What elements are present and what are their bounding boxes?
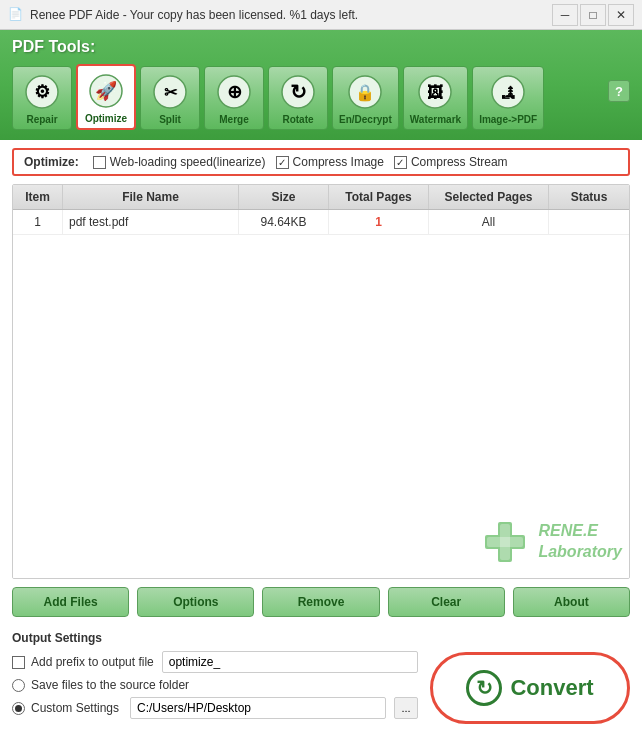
tool-btn-imagepdf[interactable]: 🏞 Image->PDF bbox=[472, 66, 544, 130]
custom-settings-label[interactable]: Custom Settings bbox=[12, 701, 122, 715]
clear-button[interactable]: Clear bbox=[388, 587, 505, 617]
optimize-icon: 🚀 bbox=[87, 72, 125, 110]
custom-path-input[interactable] bbox=[130, 697, 386, 719]
remove-button[interactable]: Remove bbox=[262, 587, 379, 617]
compress-stream-label: Compress Stream bbox=[411, 155, 508, 169]
app-icon: 📄 bbox=[8, 7, 24, 23]
maximize-button[interactable]: □ bbox=[580, 4, 606, 26]
watermark-label: Watermark bbox=[410, 114, 461, 125]
output-settings: Output Settings Add prefix to output fil… bbox=[12, 631, 418, 724]
col-size: Size bbox=[239, 185, 329, 209]
web-loading-checkbox[interactable] bbox=[93, 156, 106, 169]
logo-area: RENE.ELaboratory bbox=[480, 517, 622, 567]
table-row[interactable]: 1 pdf test.pdf 94.64KB 1 All bbox=[13, 210, 629, 235]
web-loading-option: Web-loading speed(linearize) bbox=[93, 155, 266, 169]
custom-settings-radio[interactable] bbox=[12, 702, 25, 715]
convert-icon: ↻ bbox=[466, 670, 502, 706]
help-button[interactable]: ? bbox=[608, 80, 630, 102]
tool-btn-rotate[interactable]: ↻ Rotate bbox=[268, 66, 328, 130]
svg-text:⚙: ⚙ bbox=[34, 82, 50, 102]
title-bar: 📄 Renee PDF Aide - Your copy has been li… bbox=[0, 0, 642, 30]
svg-rect-19 bbox=[487, 537, 523, 547]
tool-btn-watermark[interactable]: 🖼 Watermark bbox=[403, 66, 468, 130]
cell-size: 94.64KB bbox=[239, 210, 329, 234]
split-label: Split bbox=[159, 114, 181, 125]
cell-selected-pages: All bbox=[429, 210, 549, 234]
cell-total-pages: 1 bbox=[329, 210, 429, 234]
bottom-area: Output Settings Add prefix to output fil… bbox=[12, 631, 630, 724]
convert-label: Convert bbox=[510, 675, 593, 701]
compress-stream-checkbox[interactable]: ✓ bbox=[394, 156, 407, 169]
col-item: Item bbox=[13, 185, 63, 209]
tools-bar: ⚙ Repair 🚀 Optimize ✂ Split ⊕ Merge ↻ Ro… bbox=[12, 64, 630, 130]
tool-btn-repair[interactable]: ⚙ Repair bbox=[12, 66, 72, 130]
imagepdf-icon: 🏞 bbox=[489, 73, 527, 111]
compress-stream-option: ✓ Compress Stream bbox=[394, 155, 508, 169]
col-status: Status bbox=[549, 185, 629, 209]
svg-text:✂: ✂ bbox=[164, 84, 178, 101]
svg-text:🖼: 🖼 bbox=[427, 84, 443, 101]
rotate-icon: ↻ bbox=[279, 73, 317, 111]
output-settings-title: Output Settings bbox=[12, 631, 418, 645]
about-button[interactable]: About bbox=[513, 587, 630, 617]
optimize-label: Optimize bbox=[85, 113, 127, 124]
split-icon: ✂ bbox=[151, 73, 189, 111]
tool-btn-merge[interactable]: ⊕ Merge bbox=[204, 66, 264, 130]
minimize-button[interactable]: ─ bbox=[552, 4, 578, 26]
action-buttons: Add Files Options Remove Clear About bbox=[12, 587, 630, 617]
logo-text: RENE.ELaboratory bbox=[538, 521, 622, 563]
browse-button[interactable]: ... bbox=[394, 697, 418, 719]
col-selected-pages: Selected Pages bbox=[429, 185, 549, 209]
options-button[interactable]: Options bbox=[137, 587, 254, 617]
header-title: PDF Tools: bbox=[12, 38, 630, 56]
optimize-options-bar: Optimize: Web-loading speed(linearize) ✓… bbox=[12, 148, 630, 176]
add-prefix-checkbox[interactable] bbox=[12, 656, 25, 669]
add-files-button[interactable]: Add Files bbox=[12, 587, 129, 617]
svg-text:↻: ↻ bbox=[290, 81, 307, 103]
imagepdf-label: Image->PDF bbox=[479, 114, 537, 125]
merge-icon: ⊕ bbox=[215, 73, 253, 111]
endecrypt-icon: 🔒 bbox=[346, 73, 384, 111]
title-bar-text: Renee PDF Aide - Your copy has been lice… bbox=[30, 8, 552, 22]
merge-label: Merge bbox=[219, 114, 248, 125]
cell-item: 1 bbox=[13, 210, 63, 234]
add-prefix-row: Add prefix to output file bbox=[12, 651, 418, 673]
optimize-label: Optimize: bbox=[24, 155, 79, 169]
tool-btn-split[interactable]: ✂ Split bbox=[140, 66, 200, 130]
tool-btn-optimize[interactable]: 🚀 Optimize bbox=[76, 64, 136, 130]
save-source-label[interactable]: Save files to the source folder bbox=[12, 678, 189, 692]
convert-button[interactable]: ↻ Convert bbox=[430, 652, 630, 724]
endecrypt-label: En/Decrypt bbox=[339, 114, 392, 125]
custom-settings-row: Custom Settings ... bbox=[12, 697, 418, 719]
rotate-label: Rotate bbox=[282, 114, 313, 125]
svg-text:🏞: 🏞 bbox=[501, 85, 515, 101]
logo-cross-icon bbox=[480, 517, 530, 567]
svg-text:🔒: 🔒 bbox=[355, 83, 375, 102]
content-area: Optimize: Web-loading speed(linearize) ✓… bbox=[0, 140, 642, 732]
cell-status bbox=[549, 210, 629, 234]
close-button[interactable]: ✕ bbox=[608, 4, 634, 26]
svg-text:🚀: 🚀 bbox=[95, 80, 118, 102]
col-total-pages: Total Pages bbox=[329, 185, 429, 209]
header: PDF Tools: ⚙ Repair 🚀 Optimize ✂ Split ⊕… bbox=[0, 30, 642, 140]
prefix-input[interactable] bbox=[162, 651, 418, 673]
compress-image-option: ✓ Compress Image bbox=[276, 155, 384, 169]
web-loading-label: Web-loading speed(linearize) bbox=[110, 155, 266, 169]
repair-label: Repair bbox=[26, 114, 57, 125]
save-source-radio[interactable] bbox=[12, 679, 25, 692]
table-header: Item File Name Size Total Pages Selected… bbox=[13, 185, 629, 210]
col-filename: File Name bbox=[63, 185, 239, 209]
add-prefix-label[interactable]: Add prefix to output file bbox=[12, 655, 154, 669]
title-bar-controls: ─ □ ✕ bbox=[552, 4, 634, 26]
compress-image-label: Compress Image bbox=[293, 155, 384, 169]
svg-text:⊕: ⊕ bbox=[227, 82, 242, 102]
compress-image-checkbox[interactable]: ✓ bbox=[276, 156, 289, 169]
repair-icon: ⚙ bbox=[23, 73, 61, 111]
main-window: PDF Tools: ⚙ Repair 🚀 Optimize ✂ Split ⊕… bbox=[0, 30, 642, 732]
cell-filename: pdf test.pdf bbox=[63, 210, 239, 234]
watermark-icon: 🖼 bbox=[416, 73, 454, 111]
save-source-row: Save files to the source folder bbox=[12, 678, 418, 692]
tool-btn-endecrypt[interactable]: 🔒 En/Decrypt bbox=[332, 66, 399, 130]
